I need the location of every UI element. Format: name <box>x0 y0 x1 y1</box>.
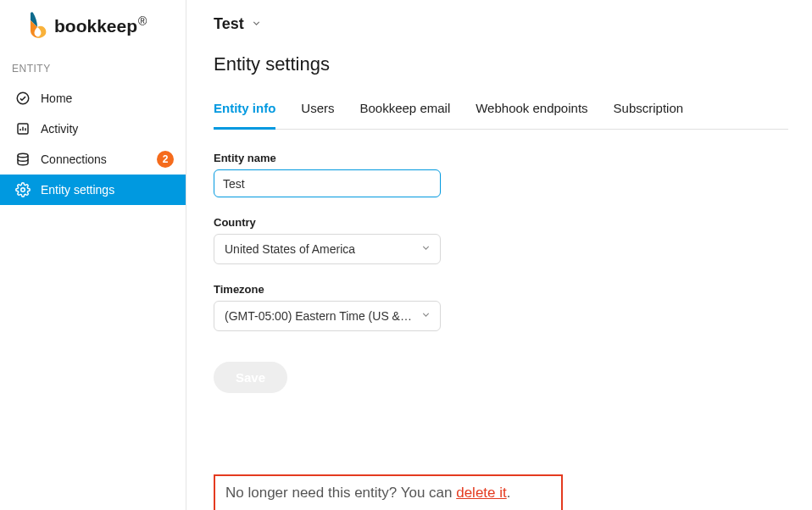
sidebar-item-label: Entity settings <box>41 183 114 197</box>
delete-entity-link[interactable]: delete it <box>456 485 507 501</box>
svg-point-2 <box>18 153 28 158</box>
chevron-down-icon <box>420 309 431 323</box>
tab-entity-info[interactable]: Entity info <box>214 91 275 130</box>
brand-logo-mark <box>25 12 47 39</box>
check-circle-icon <box>15 91 31 106</box>
entity-name-input[interactable] <box>214 169 441 197</box>
svg-point-3 <box>21 188 25 192</box>
tab-users[interactable]: Users <box>301 91 334 129</box>
gear-icon <box>15 182 31 197</box>
entity-picker[interactable]: Test <box>214 8 788 43</box>
page-title: Entity settings <box>214 43 788 82</box>
delete-notice-suffix: . <box>507 485 511 501</box>
main-content: Test Entity settings Entity info Users B… <box>186 0 812 510</box>
sidebar-item-entity-settings[interactable]: Entity settings <box>0 175 186 205</box>
country-select[interactable]: United States of America <box>214 234 441 264</box>
database-icon <box>15 152 31 167</box>
sidebar-item-connections[interactable]: Connections 2 <box>0 144 186 175</box>
bar-chart-icon <box>15 121 31 136</box>
chevron-down-icon <box>251 17 262 32</box>
timezone-select-value: (GMT-05:00) Eastern Time (US & Canada) <box>225 309 414 323</box>
sidebar-item-label: Activity <box>41 122 78 136</box>
sidebar: bookkeep® ENTITY Home Activity Connectio… <box>0 0 186 510</box>
svg-point-0 <box>17 92 29 104</box>
country-label: Country <box>214 216 459 229</box>
timezone-select[interactable]: (GMT-05:00) Eastern Time (US & Canada) <box>214 301 441 331</box>
brand-logo-text: bookkeep® <box>54 14 147 36</box>
entity-info-form: Entity name Country United States of Ame… <box>214 130 459 393</box>
save-button[interactable]: Save <box>214 362 287 393</box>
entity-picker-name: Test <box>214 15 244 33</box>
connections-badge: 2 <box>157 151 174 168</box>
tab-subscription[interactable]: Subscription <box>614 91 684 129</box>
entity-name-label: Entity name <box>214 152 459 164</box>
delete-notice-prefix: No longer need this entity? You can <box>225 485 456 501</box>
timezone-label: Timezone <box>214 283 459 296</box>
chevron-down-icon <box>420 242 431 256</box>
brand-logo[interactable]: bookkeep® <box>0 8 186 51</box>
delete-entity-notice: No longer need this entity? You can dele… <box>214 474 563 510</box>
country-select-value: United States of America <box>225 242 414 256</box>
sidebar-item-label: Home <box>41 91 72 105</box>
sidebar-item-label: Connections <box>41 152 107 166</box>
sidebar-section-label: ENTITY <box>0 51 186 83</box>
sidebar-item-home[interactable]: Home <box>0 83 186 114</box>
tabs: Entity info Users Bookkeep email Webhook… <box>214 91 788 130</box>
tab-webhook-endpoints[interactable]: Webhook endpoints <box>476 91 587 129</box>
sidebar-item-activity[interactable]: Activity <box>0 114 186 144</box>
tab-bookkeep-email[interactable]: Bookkeep email <box>360 91 451 129</box>
